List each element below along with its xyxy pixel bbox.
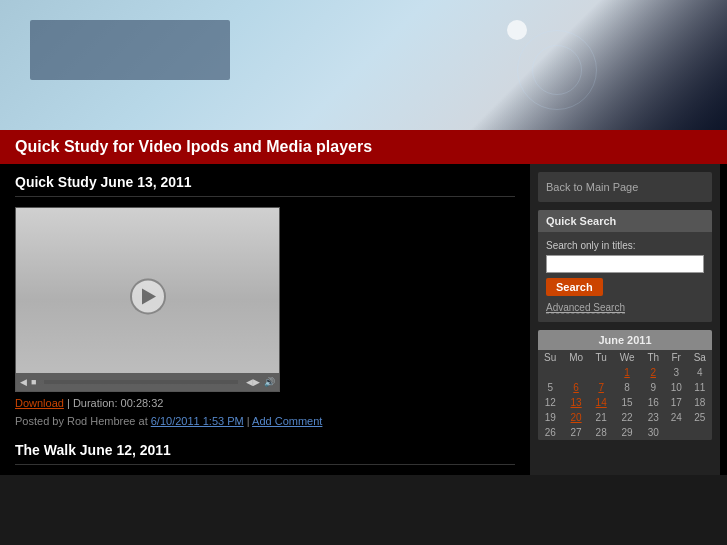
cal-cell: 22: [613, 410, 642, 425]
cal-cell: [562, 365, 589, 380]
cal-cell: 21: [590, 410, 613, 425]
forward-button[interactable]: ◀▶: [246, 377, 260, 387]
download-link[interactable]: Download: [15, 397, 64, 409]
circle-1: [517, 30, 597, 110]
video-player[interactable]: ◀ ■ ◀▶ 🔊: [15, 207, 280, 392]
play-button[interactable]: [130, 278, 166, 314]
cal-cell: 4: [688, 365, 713, 380]
duration-label: | Duration: 00:28:32: [67, 397, 163, 409]
calendar-body: 1234567891011121314151617181920212223242…: [538, 365, 712, 440]
cal-cell: 28: [590, 425, 613, 440]
cal-cell: 17: [665, 395, 688, 410]
calendar-section: June 2011 Su Mo Tu We Th Fr Sa 123456789…: [538, 330, 712, 440]
search-section-header: Quick Search: [538, 210, 712, 232]
post-meta: Posted by Rod Hembree at 6/10/2011 1:53 …: [15, 415, 515, 427]
cal-th-we: We: [613, 350, 642, 365]
cal-th-sa: Sa: [688, 350, 713, 365]
cal-cell: 8: [613, 380, 642, 395]
header-banner: [0, 0, 727, 130]
cal-day-link[interactable]: 7: [598, 382, 604, 393]
cal-cell: 19: [538, 410, 562, 425]
cal-day-link[interactable]: 1: [624, 367, 630, 378]
back-section: Back to Main Page: [538, 172, 712, 202]
cal-day-link[interactable]: 14: [596, 397, 607, 408]
calendar-header: June 2011: [538, 330, 712, 350]
post-2-title: The Walk June 12, 2011: [15, 442, 515, 465]
search-section: Quick Search Search only in titles: Sear…: [538, 210, 712, 322]
cal-cell: 20: [562, 410, 589, 425]
cal-cell: 29: [613, 425, 642, 440]
cal-cell: 30: [642, 425, 665, 440]
add-comment-link[interactable]: Add Comment: [252, 415, 322, 427]
search-label: Search only in titles:: [546, 240, 704, 251]
rewind-button[interactable]: ◀: [20, 377, 27, 387]
cal-th-fr: Fr: [665, 350, 688, 365]
calendar-header-row: Su Mo Tu We Th Fr Sa: [538, 350, 712, 365]
cal-day-link[interactable]: 13: [571, 397, 582, 408]
stop-button[interactable]: ■: [31, 377, 36, 387]
cal-cell: 16: [642, 395, 665, 410]
cal-th-mo: Mo: [562, 350, 589, 365]
cal-th-th: Th: [642, 350, 665, 365]
cal-day-link[interactable]: 6: [573, 382, 579, 393]
back-to-main-link[interactable]: Back to Main Page: [546, 181, 638, 193]
posted-by-label: Posted by Rod Hembree at: [15, 415, 148, 427]
cal-cell: [665, 425, 688, 440]
site-title: Quick Study for Video Ipods and Media pl…: [15, 138, 372, 155]
cal-cell: 18: [688, 395, 713, 410]
play-icon: [142, 288, 156, 304]
cal-day-link[interactable]: 2: [650, 367, 656, 378]
calendar-week-4: 19202122232425: [538, 410, 712, 425]
cal-cell: 15: [613, 395, 642, 410]
cal-cell: [538, 365, 562, 380]
cal-cell: 26: [538, 425, 562, 440]
cal-cell: 2: [642, 365, 665, 380]
cal-cell: 1: [613, 365, 642, 380]
content-area: Quick Study June 13, 2011 ◀ ■ ◀▶ 🔊 Downl…: [0, 164, 530, 475]
calendar-table: Su Mo Tu We Th Fr Sa 1234567891011121314…: [538, 350, 712, 440]
calendar-week-5: 2627282930: [538, 425, 712, 440]
cal-cell: 11: [688, 380, 713, 395]
site-title-bar: Quick Study for Video Ipods and Media pl…: [0, 130, 727, 164]
calendar-week-3: 12131415161718: [538, 395, 712, 410]
cal-cell: 9: [642, 380, 665, 395]
cal-th-su: Su: [538, 350, 562, 365]
cal-cell: 10: [665, 380, 688, 395]
cal-day-link[interactable]: 20: [571, 412, 582, 423]
main-layout: Quick Study June 13, 2011 ◀ ■ ◀▶ 🔊 Downl…: [0, 164, 727, 475]
cal-cell: 25: [688, 410, 713, 425]
cal-cell: [688, 425, 713, 440]
header-decoration: [507, 20, 607, 120]
circle-2: [532, 45, 582, 95]
volume-button[interactable]: 🔊: [264, 377, 275, 387]
cal-cell: 6: [562, 380, 589, 395]
cal-cell: 27: [562, 425, 589, 440]
progress-bar[interactable]: [44, 380, 238, 384]
cal-th-tu: Tu: [590, 350, 613, 365]
cal-cell: 7: [590, 380, 613, 395]
video-controls: ◀ ■ ◀▶ 🔊: [16, 373, 279, 391]
circle-3: [507, 20, 527, 40]
sidebar: Back to Main Page Quick Search Search on…: [530, 164, 720, 475]
post-date-link[interactable]: 6/10/2011 1:53 PM: [151, 415, 244, 427]
back-section-body: Back to Main Page: [538, 172, 712, 202]
post-1-title: Quick Study June 13, 2011: [15, 174, 515, 197]
calendar-week-2: 567891011: [538, 380, 712, 395]
search-section-body: Search only in titles: Search Advanced S…: [538, 232, 712, 322]
calendar-week-1: 1234: [538, 365, 712, 380]
cal-cell: 3: [665, 365, 688, 380]
video-meta: Download | Duration: 00:28:32: [15, 397, 515, 409]
cal-cell: 13: [562, 395, 589, 410]
cal-cell: 23: [642, 410, 665, 425]
search-input[interactable]: [546, 255, 704, 273]
search-button[interactable]: Search: [546, 278, 603, 296]
cal-cell: 5: [538, 380, 562, 395]
advanced-search-link[interactable]: Advanced Search: [546, 302, 625, 314]
cal-cell: 24: [665, 410, 688, 425]
cal-cell: 12: [538, 395, 562, 410]
cal-cell: [590, 365, 613, 380]
cal-cell: 14: [590, 395, 613, 410]
